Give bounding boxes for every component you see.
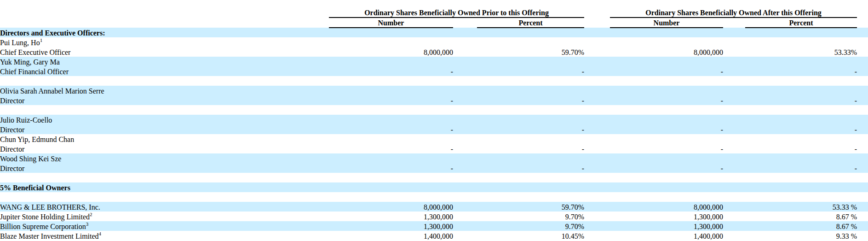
- owner-row: Blaze Master Investment Limited41,400,00…: [0, 231, 868, 241]
- column-gap: [723, 18, 745, 28]
- column-gap: [584, 95, 610, 105]
- column-gap: [584, 144, 610, 153]
- number-prior-cell: -: [329, 95, 453, 105]
- number-prior-cell: -: [329, 66, 453, 76]
- header-name-spacer: [0, 0, 329, 18]
- owner-row: WANG & LEE BROTHERS, Inc.8,000,00059.70%…: [0, 202, 868, 212]
- group-header-prior-offering: Ordinary Shares Beneficially Owned Prior…: [329, 0, 584, 18]
- holder-title-row: Director----: [0, 144, 868, 153]
- column-gap: [584, 202, 610, 212]
- holder-title-row: Director----: [0, 124, 868, 134]
- column-gap: [584, 124, 610, 134]
- entity-name: Blaze Master Investment Limited4: [0, 231, 329, 241]
- column-gap: [857, 221, 868, 231]
- column-gap: [857, 18, 868, 28]
- holder-name-row: Wood Shing Kei Sze: [0, 153, 868, 163]
- number-prior-cell: 1,300,000: [329, 221, 453, 231]
- number-after-cell: 1,400,000: [610, 231, 723, 241]
- spacer-row: [0, 76, 868, 86]
- holder-name-row: Pui Lung, Ho1: [0, 37, 868, 47]
- column-gap: [723, 202, 745, 212]
- column-gap: [453, 47, 477, 57]
- percent-prior-cell: -: [477, 144, 584, 153]
- number-prior-cell: 8,000,000: [329, 47, 453, 57]
- column-gap: [723, 163, 745, 173]
- entity-name: Chief Financial Officer: [0, 66, 329, 76]
- holder-title-row: Chief Financial Officer----: [0, 66, 868, 76]
- entity-name: Yuk Ming, Gary Ma: [0, 57, 868, 66]
- column-gap: [584, 163, 610, 173]
- number-after-cell: 1,300,000: [610, 221, 723, 231]
- column-gap: [584, 47, 610, 57]
- percent-prior-cell: 59.70%: [477, 47, 584, 57]
- column-gap: [723, 144, 745, 153]
- footnote-ref: 4: [99, 231, 102, 236]
- column-gap: [723, 66, 745, 76]
- percent-prior-cell: -: [477, 66, 584, 76]
- holder-name-row: Yuk Ming, Gary Ma: [0, 57, 868, 66]
- entity-name: Director: [0, 124, 329, 134]
- section-header-row: Directors and Executive Officers:: [0, 28, 868, 37]
- column-gap: [857, 47, 868, 57]
- entity-name: Wood Shing Kei Sze: [0, 153, 868, 163]
- column-gap: [857, 95, 868, 105]
- percent-prior-cell: -: [477, 95, 584, 105]
- column-gap: [723, 95, 745, 105]
- ownership-table-body: Directors and Executive Officers:Pui Lun…: [0, 28, 868, 241]
- percent-prior-cell: 59.70%: [477, 202, 584, 212]
- owner-row: Jupiter Stone Holding Limited21,300,0009…: [0, 212, 868, 221]
- column-gap: [857, 202, 868, 212]
- column-gap: [723, 47, 745, 57]
- spacer-row: [0, 173, 868, 182]
- number-after-cell: 8,000,000: [610, 202, 723, 212]
- column-gap: [723, 221, 745, 231]
- number-after-cell: -: [610, 95, 723, 105]
- percent-prior-cell: 9.70%: [477, 212, 584, 221]
- column-gap: [857, 144, 868, 153]
- entity-name: Director: [0, 95, 329, 105]
- percent-prior-cell: 9.70%: [477, 221, 584, 231]
- column-gap: [453, 212, 477, 221]
- column-gap: [584, 18, 610, 28]
- column-gap: [453, 18, 477, 28]
- col-header-number-prior: Number: [329, 18, 453, 28]
- column-gap: [857, 212, 868, 221]
- number-after-cell: -: [610, 66, 723, 76]
- spacer-row: [0, 192, 868, 202]
- table-header: Ordinary Shares Beneficially Owned Prior…: [0, 0, 868, 28]
- holder-title-row: Chief Executive Officer8,000,00059.70%8,…: [0, 47, 868, 57]
- column-gap: [857, 231, 868, 241]
- owner-row: Billion Supreme Corporation31,300,0009.7…: [0, 221, 868, 231]
- col-header-percent-prior: Percent: [477, 18, 584, 28]
- footnote-ref: 2: [90, 212, 92, 217]
- number-after-cell: -: [610, 163, 723, 173]
- entity-name: Julio Ruiz-Coello: [0, 115, 868, 124]
- number-after-cell: -: [610, 144, 723, 153]
- number-prior-cell: -: [329, 163, 453, 173]
- percent-after-cell: 8.67 %: [745, 212, 857, 221]
- holder-name-row: Julio Ruiz-Coello: [0, 115, 868, 124]
- column-gap: [453, 144, 477, 153]
- column-gap: [584, 231, 610, 241]
- column-gap: [857, 0, 868, 18]
- number-after-cell: -: [610, 124, 723, 134]
- percent-after-cell: -: [745, 163, 857, 173]
- column-gap: [453, 202, 477, 212]
- entity-name: Chun Yip, Edmund Chan: [0, 134, 868, 144]
- column-gap: [584, 221, 610, 231]
- spacer-cell: [0, 192, 868, 202]
- number-prior-cell: 1,400,000: [329, 231, 453, 241]
- percent-after-cell: -: [745, 66, 857, 76]
- percent-after-cell: 53.33 %: [745, 202, 857, 212]
- number-prior-cell: -: [329, 124, 453, 134]
- holder-name-row: Olivia Sarah Annabel Marion Serre: [0, 86, 868, 95]
- spacer-cell: [0, 173, 868, 182]
- percent-prior-cell: 10.45%: [477, 231, 584, 241]
- entity-name: Director: [0, 144, 329, 153]
- column-gap: [857, 124, 868, 134]
- number-after-cell: 8,000,000: [610, 47, 723, 57]
- column-gap: [857, 66, 868, 76]
- spacer-cell: [0, 105, 868, 115]
- beneficial-ownership-table: Ordinary Shares Beneficially Owned Prior…: [0, 0, 868, 241]
- column-gap: [453, 66, 477, 76]
